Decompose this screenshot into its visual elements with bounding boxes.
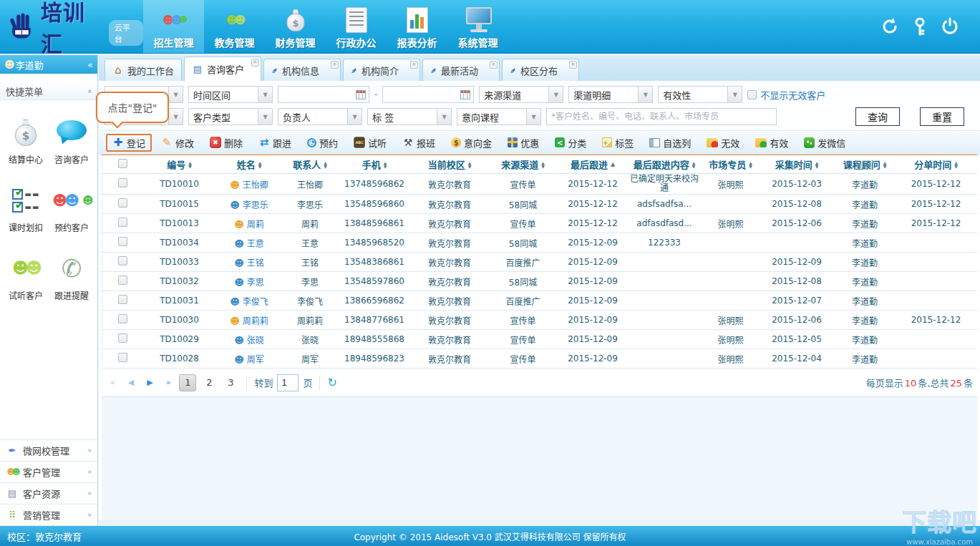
sidebar-item-customer-resource[interactable]: ▤ 客户资源 » — [0, 483, 97, 504]
row-checkbox[interactable] — [118, 237, 127, 246]
close-tab-icon[interactable]: ✕ — [251, 59, 259, 67]
collapse-chevron-icon[interactable]: « — [85, 89, 93, 93]
select-all-checkbox[interactable] — [118, 159, 127, 168]
first-page-button[interactable]: « — [106, 376, 120, 389]
row-checkbox[interactable] — [118, 198, 127, 208]
row-checkbox[interactable] — [118, 314, 127, 323]
nav-item-reports[interactable]: 报表分析 — [387, 0, 447, 53]
refresh-icon[interactable] — [880, 16, 900, 36]
col-split-time[interactable]: 分单时间▲▼ — [896, 155, 977, 174]
mark-valid-button[interactable]: 有效 — [749, 134, 795, 152]
last-page-button[interactable]: » — [162, 376, 175, 389]
customer-name-link[interactable]: 王铭 — [247, 258, 264, 268]
table-row[interactable]: TD10029 ☻张晓 张晓 18948555868 敦克尔教育 宣传单 201… — [102, 330, 977, 349]
page-2-button[interactable]: 2 — [200, 374, 218, 391]
col-source[interactable]: 来源渠道▲▼ — [487, 155, 559, 174]
discount-button[interactable]: 优惠 — [501, 134, 545, 152]
source-channel-select[interactable]: 来源渠道▼ — [479, 86, 563, 103]
nav-item-admin[interactable]: 行政办公 — [326, 0, 387, 53]
tab-campus-distribution[interactable]: 校区分布 ✕ — [502, 59, 579, 81]
delete-button[interactable]: 删除 — [203, 134, 249, 152]
col-last-follow[interactable]: 最后跟进▲▼ — [559, 155, 627, 174]
customer-name-link[interactable]: 李俊飞 — [243, 297, 268, 307]
refresh-list-icon[interactable]: ↻ — [327, 376, 336, 389]
calendar-icon[interactable] — [356, 90, 366, 99]
sidebar-item-marketing[interactable]: ⠿ 营销管理 » — [0, 504, 97, 526]
close-tab-icon[interactable]: ✕ — [331, 61, 339, 69]
sidebar-item-customer-mgmt[interactable]: ☻☻ 客户管理 » — [0, 462, 97, 483]
page-3-button[interactable]: 3 — [222, 374, 239, 391]
quick-item-class-deduct[interactable]: ▬▬▬▬ 课时划扣 — [3, 184, 49, 233]
nav-item-enrollment[interactable]: ☻☻☻ 招生管理 — [143, 0, 204, 53]
row-checkbox[interactable] — [118, 276, 127, 285]
customer-name-link[interactable]: 周军 — [247, 355, 264, 365]
key-icon[interactable] — [910, 16, 930, 36]
hide-invalid-checkbox-wrap[interactable]: 不显示无效客户 — [747, 88, 825, 102]
sidebar-item-micro-school[interactable]: ✒ 微网校管理 » — [0, 440, 97, 462]
quick-item-consult[interactable]: 咨询客户 — [49, 116, 94, 165]
row-checkbox[interactable] — [118, 256, 127, 265]
customer-name-link[interactable]: 王怡卿 — [243, 180, 268, 190]
prev-page-button[interactable]: ◀ — [124, 376, 138, 389]
tab-org-profile[interactable]: 机构简介 ✕ — [343, 59, 420, 81]
nav-item-system[interactable]: 系统管理 — [447, 0, 508, 53]
customer-name-link[interactable]: 周莉莉 — [243, 316, 268, 326]
quick-item-trial[interactable]: ☻☻ 试听客户 — [3, 252, 49, 301]
validity-select[interactable]: 有效性▼ — [658, 86, 742, 103]
date-from-input[interactable] — [278, 86, 369, 103]
col-phone[interactable]: 手机▲▼ — [337, 155, 412, 174]
edit-button[interactable]: 修改 — [155, 134, 200, 152]
col-id[interactable]: 编号▲▼ — [144, 155, 215, 174]
customer-name-link[interactable]: 张晓 — [247, 336, 264, 346]
col-collect-time[interactable]: 采集时间▲▼ — [760, 155, 835, 174]
quick-item-settlement[interactable]: $ 结算中心 — [3, 116, 49, 165]
time-range-select[interactable]: 时间区间▼ — [188, 86, 273, 103]
table-row[interactable]: TD10013 ☻周莉 周莉 13848596861 敦克尔教育 宣传单 201… — [102, 214, 977, 233]
row-checkbox[interactable] — [118, 218, 127, 227]
reset-button[interactable]: 重置 — [920, 107, 964, 126]
custom-columns-button[interactable]: 自选列 — [643, 134, 697, 152]
row-checkbox[interactable] — [118, 178, 127, 187]
customer-name-link[interactable]: 李思乐 — [243, 200, 268, 210]
page-1-button[interactable]: 1 — [179, 374, 196, 391]
hide-invalid-checkbox[interactable] — [747, 90, 757, 99]
date-to-input[interactable] — [382, 86, 474, 103]
power-icon[interactable] — [940, 16, 960, 36]
col-course-advisor[interactable]: 课程顾问▲▼ — [835, 155, 896, 174]
owner-select[interactable]: 负责人▼ — [278, 108, 362, 125]
enroll-class-button[interactable]: 报班 — [396, 134, 442, 152]
tab-org-info[interactable]: 机构信息 ✕ — [263, 59, 341, 81]
table-row[interactable]: TD10034 ☻王意 王意 13485968520 敦克尔教育 58同城 20… — [102, 233, 977, 253]
send-wechat-button[interactable]: 发微信 — [797, 134, 852, 152]
intent-course-select[interactable]: 意向课程▼ — [457, 108, 541, 125]
tag-select[interactable]: 标 签▼ — [367, 108, 452, 125]
customer-name-link[interactable]: 李思 — [247, 278, 264, 288]
category-button[interactable]: 分类 — [548, 134, 593, 152]
tag-button[interactable]: 标签 — [596, 134, 640, 152]
table-row[interactable]: TD10031 ☻李俊飞 李俊飞 13866596862 敦克尔教育 百度推广 … — [102, 291, 977, 311]
query-button[interactable]: 查询 — [855, 107, 900, 126]
row-checkbox[interactable] — [118, 295, 127, 304]
nav-item-academic[interactable]: ☻☻ 教务管理 — [204, 0, 265, 53]
tab-latest-activity[interactable]: 最新活动 ✕ — [422, 59, 500, 81]
table-row[interactable]: TD10015 ☻李思乐 李思乐 13548596860 敦克尔教育 58同城 … — [102, 195, 977, 214]
trial-button[interactable]: 试听 — [347, 134, 393, 152]
tab-consult-customer[interactable]: 咨询客户 ✕ — [184, 57, 261, 81]
table-row[interactable]: TD10032 ☻李思 李思 13548597860 敦克尔教育 58同城 20… — [102, 272, 977, 291]
tab-workbench[interactable]: 我的工作台 — [105, 59, 182, 81]
col-contact[interactable]: 联系人▲▼ — [283, 155, 337, 174]
col-market-specialist[interactable]: 市场专员▲▼ — [702, 155, 760, 174]
register-button[interactable]: 登记 — [106, 134, 152, 152]
search-input[interactable] — [546, 108, 777, 125]
next-page-button[interactable]: ▶ — [142, 376, 157, 389]
sidebar-collapse-icon[interactable]: « — [87, 59, 93, 70]
table-row[interactable]: TD10028 ☻周军 周军 18948596823 敦克尔教育 宣传单 201… — [102, 349, 977, 369]
col-campus[interactable]: 当前校区▲▼ — [412, 155, 487, 174]
table-row[interactable]: TD10030 ☻周莉莉 周莉莉 13848776861 敦克尔教育 宣传单 2… — [102, 311, 977, 330]
col-name[interactable]: 姓名▲▼ — [215, 155, 283, 174]
close-tab-icon[interactable]: ✕ — [410, 61, 418, 69]
close-tab-icon[interactable]: ✕ — [569, 61, 577, 69]
quick-item-follow-remind[interactable]: 跟进提醒 — [49, 252, 94, 301]
col-follow-content[interactable]: 最后跟进内容▲▼ — [627, 155, 702, 174]
table-row[interactable]: TD10033 ☻王铭 王铭 13548386861 敦克尔教育 百度推广 20… — [102, 253, 977, 272]
